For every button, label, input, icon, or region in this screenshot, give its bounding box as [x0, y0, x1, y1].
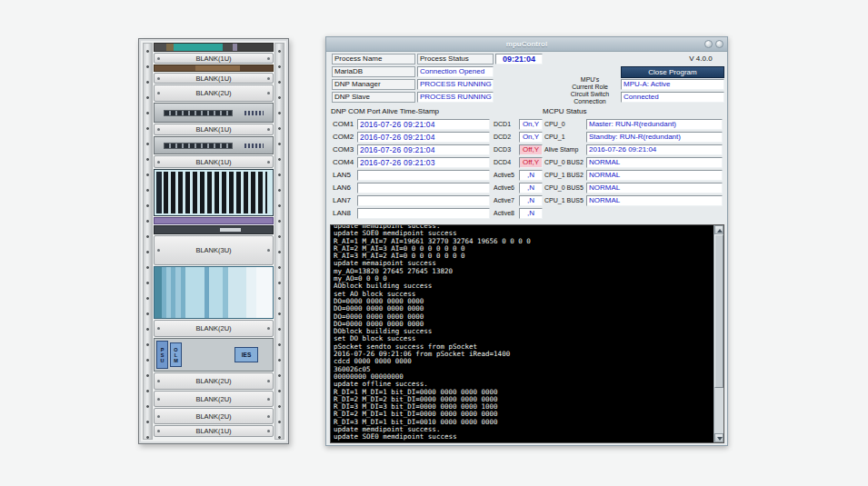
- circuit-connection-field: Connected: [621, 92, 724, 103]
- mcpu-row: CPU_1 BUS2 NORMAL: [326, 170, 727, 181]
- app-version: V 4.0.0: [679, 54, 723, 64]
- process-status-cell: Connection Opened: [417, 66, 494, 77]
- mcpu-value-field: NORMAL: [586, 183, 723, 193]
- mcpu-row: CPU_0 BUS2 NORMAL: [326, 157, 727, 168]
- mcpu-value-field: Standby: RUN-R(redundant): [586, 132, 723, 143]
- rack-network-switch: [154, 136, 274, 154]
- process-status-cell: PROCESS RUNNING: [417, 79, 494, 90]
- process-name-header: Process Name: [332, 54, 415, 64]
- mcpu-value-field: NORMAL: [586, 170, 723, 181]
- process-name-cell: MariaDB: [332, 66, 415, 77]
- lan-port-label: LAN8: [333, 208, 356, 219]
- scrollbar-thumb[interactable]: [714, 234, 723, 388]
- rack-purple-strip-module: [154, 217, 274, 224]
- olm-module: OLM: [170, 342, 182, 367]
- rack-rail-left: [143, 43, 153, 440]
- mcpu-value-field: Master: RUN-R(redundant): [586, 119, 723, 130]
- psu-module: PSU: [156, 341, 168, 369]
- mpucontrol-window: mpuControl Process Name Process Status 0…: [325, 36, 728, 446]
- dnp-section-title: DNP COM Port Alive Time-Stamp: [331, 107, 439, 115]
- mcpu-label: CPU_1 BUS2: [544, 170, 584, 181]
- rack-network-switch: [154, 103, 274, 123]
- process-name-cell: DNP Manager: [332, 79, 415, 90]
- close-button[interactable]: [715, 40, 723, 48]
- active-label: Active8: [494, 208, 518, 219]
- scroll-up-button[interactable]: [714, 225, 723, 234]
- mpu-role-value-field: MPU-A: Active: [621, 79, 724, 90]
- process-status-header: Process Status: [417, 54, 494, 64]
- circuit-switch-label-line1: Circuit Switch: [561, 91, 619, 98]
- titlebar-buttons: [704, 40, 723, 48]
- mcpu-row: CPU_0 BUS5 NORMAL: [326, 183, 727, 193]
- rack-blank-panel: BLANK(2U): [154, 391, 274, 407]
- active-status-field: ,N: [519, 208, 543, 219]
- rack-slot-column: BLANK(1U) BLANK(1U) BLANK(2U) BLANK(1U) …: [153, 43, 274, 440]
- mcpu-label: CPU_0 BUS2: [544, 157, 584, 168]
- lan-timestamp-field: [357, 208, 490, 219]
- rack-psu-olm-ies-unit: PSU OLM IES: [154, 338, 274, 372]
- rack-rail-right: [274, 43, 284, 440]
- rack-blank-panel: BLANK(1U): [154, 53, 274, 64]
- console-log-panel: update memdipoint success. update SOE0 m…: [330, 224, 724, 443]
- lan-port-row: LAN8 Active8 ,N: [326, 208, 727, 219]
- mcpu-value-field: NORMAL: [586, 157, 723, 168]
- equipment-rack: BLANK(1U) BLANK(1U) BLANK(2U) BLANK(1U) …: [138, 38, 289, 444]
- mcpu-label: CPU_0 BUS5: [544, 183, 584, 193]
- mpu-role-label-line1: MPU's: [561, 76, 619, 84]
- circuit-switch-label-line2: Connection: [561, 98, 619, 105]
- clock-field: 09:21:04: [495, 54, 543, 64]
- rack-card-cage: [154, 169, 274, 216]
- rack-blank-panel: BLANK(2U): [154, 372, 274, 390]
- rack-blank-panel: BLANK(2U): [154, 320, 274, 337]
- mpu-role-label-line2: Current Role: [561, 84, 619, 91]
- mcpu-row: CPU_0 Master: RUN-R(redundant): [326, 119, 727, 130]
- process-header-row: Process Name Process Status 09:21:04 V 4…: [326, 54, 727, 64]
- scroll-down-button[interactable]: [714, 433, 723, 442]
- rack-top-device-module: [154, 43, 274, 52]
- mcpu-row: CPU_1 BUS5 NORMAL: [326, 195, 727, 206]
- mcpu-row: Alive Stamp 2016-07-26 09:21:04: [326, 144, 727, 155]
- mcpu-label: CPU_1 BUS5: [544, 195, 584, 206]
- rack-blank-panel: BLANK(3U): [154, 235, 274, 265]
- close-program-button[interactable]: Close Program: [621, 66, 724, 78]
- desktop: BLANK(1U) BLANK(1U) BLANK(2U) BLANK(1U) …: [0, 0, 868, 486]
- rack-brown-device-module: [154, 64, 274, 72]
- rack-blank-panel: BLANK(2U): [154, 408, 274, 424]
- rack-blank-panel: BLANK(1U): [154, 124, 274, 135]
- console-scrollbar[interactable]: [713, 225, 723, 442]
- window-titlebar[interactable]: mpuControl: [326, 37, 727, 52]
- window-body: Process Name Process Status 09:21:04 V 4…: [326, 52, 727, 447]
- mcpu-section-title: MCPU Status: [543, 107, 586, 115]
- rack-plc-unit: [154, 266, 274, 319]
- ies-module: IES: [234, 347, 258, 362]
- console-log-text: update memdipoint success. update SOE0 m…: [331, 224, 723, 441]
- window-title: mpuControl: [506, 40, 547, 48]
- mcpu-value-field: 2016-07-26 09:21:04: [586, 144, 723, 155]
- process-name-cell: DNP Slave: [332, 92, 415, 103]
- rack-blank-panel: BLANK(2U): [154, 84, 274, 102]
- rack-blank-panel: BLANK(1U): [154, 73, 274, 84]
- mcpu-label: CPU_0: [544, 119, 584, 130]
- rack-dark-connector-module: [154, 225, 274, 234]
- mcpu-row: CPU_1 Standby: RUN-R(redundant): [326, 132, 727, 143]
- mcpu-label: Alive Stamp: [544, 144, 584, 155]
- mcpu-value-field: NORMAL: [586, 195, 723, 206]
- process-status-cell: PROCESS RUNNING: [417, 92, 494, 103]
- rack-blank-panel: BLANK(1U): [154, 425, 274, 437]
- rack-blank-panel: BLANK(1U): [154, 155, 274, 168]
- mcpu-label: CPU_1: [544, 132, 584, 143]
- minimize-button[interactable]: [704, 40, 713, 48]
